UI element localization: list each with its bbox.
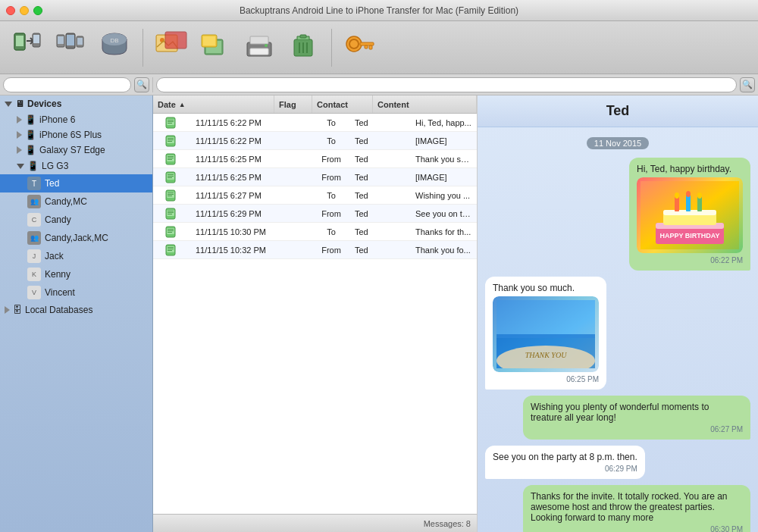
sidebar-contact-vincent[interactable]: V Vincent <box>0 283 152 302</box>
sidebar-contact-kenny[interactable]: K Kenny <box>0 265 152 283</box>
export-button[interactable] <box>196 28 234 67</box>
chat-message: See you on the party at 8 p.m. then.06:2… <box>485 446 645 479</box>
sidebar-contact-ted[interactable]: T Ted <box>0 174 152 192</box>
devices-triangle <box>5 102 12 107</box>
minimize-button[interactable] <box>20 6 29 15</box>
td-date: 11/11/15 6:29 PM <box>191 209 312 218</box>
svg-point-85 <box>686 191 691 197</box>
td-date: 11/11/15 6:27 PM <box>191 191 312 200</box>
svg-rect-48 <box>168 156 174 157</box>
trash-button[interactable] <box>284 28 322 67</box>
svg-rect-43 <box>168 138 174 139</box>
chat-message: Hi, Ted, happy birthday. <box>629 158 750 271</box>
print-button[interactable] <box>240 28 278 67</box>
table-row[interactable]: 11/11/15 6:25 PM From Ted [IMAGE] <box>153 168 477 186</box>
main-area: 🖥 Devices 📱 iPhone 6 📱 iPhone 6S Plus 📱 … <box>0 95 758 532</box>
galaxy-triangle <box>17 146 22 154</box>
sidebar-item-lg[interactable]: 📱 LG G3 <box>0 158 152 174</box>
td-icon <box>153 225 191 239</box>
column-header-date[interactable]: Date ▲ <box>153 95 274 113</box>
sidebar-item-iphone6[interactable]: 📱 iPhone 6 <box>0 112 152 127</box>
td-date: 11/11/15 6:25 PM <box>191 173 312 182</box>
table-row[interactable]: 11/11/15 10:32 PM From Ted Thank you fo.… <box>153 241 477 259</box>
sidebar-contact-candy-jack-mc[interactable]: 👥 Candy,Jack,MC <box>0 229 152 247</box>
iphone6s-triangle <box>17 131 22 139</box>
lg-icon: 📱 <box>27 161 39 171</box>
svg-rect-45 <box>168 141 172 142</box>
sidebar-search-button[interactable]: 🔍 <box>134 77 149 92</box>
svg-rect-17 <box>165 32 186 49</box>
column-header-contact[interactable]: Contact <box>312 95 373 113</box>
lg-label: LG G3 <box>42 161 68 171</box>
msg-time: 06:22 PM <box>637 256 743 264</box>
candy-jack-mc-label: Candy,Jack,MC <box>45 233 108 243</box>
kenny-avatar: K <box>27 268 41 281</box>
td-content: Thank you fo... <box>411 246 477 255</box>
td-contact: Ted <box>350 136 411 146</box>
sidebar-item-iphone6s[interactable]: 📱 iPhone 6S Plus <box>0 127 152 142</box>
lg-triangle <box>17 164 24 169</box>
table-search: 🔍 <box>153 77 758 92</box>
td-icon <box>153 134 191 148</box>
sidebar-item-galaxy[interactable]: 📱 Galaxy S7 Edge <box>0 142 152 158</box>
galaxy-icon: 📱 <box>25 145 36 155</box>
svg-rect-33 <box>360 42 374 45</box>
sidebar-contact-candy-mc[interactable]: 👥 Candy,MC <box>0 192 152 211</box>
td-date: 11/11/15 10:30 PM <box>191 227 312 236</box>
msg-time: 06:27 PM <box>531 425 743 433</box>
sidebar-local-db[interactable]: 🗄 Local Databases <box>0 302 152 318</box>
search-row: 🔍 🔍 <box>0 74 758 95</box>
local-db-triangle <box>5 306 10 314</box>
traffic-lights <box>6 6 42 15</box>
svg-text:DB: DB <box>110 37 118 44</box>
svg-rect-55 <box>168 177 172 178</box>
td-flag: From <box>312 246 350 255</box>
thank-you-image: THANK YOU <box>493 296 599 372</box>
photos-button[interactable] <box>152 28 190 67</box>
ted-label: Ted <box>45 178 59 189</box>
svg-point-86 <box>697 192 702 199</box>
table-row[interactable]: 11/11/15 6:22 PM To Ted [IMAGE] <box>153 132 477 150</box>
key-icon <box>345 29 375 66</box>
svg-rect-53 <box>168 174 174 175</box>
device-manager-button[interactable] <box>52 28 89 67</box>
td-contact: Ted <box>350 173 411 182</box>
sidebar-devices-header[interactable]: 🖥 Devices <box>0 95 152 112</box>
svg-rect-54 <box>168 176 174 177</box>
table-row[interactable]: 11/11/15 6:29 PM From Ted See you on th.… <box>153 205 477 223</box>
msg-time: 06:30 PM <box>531 525 743 532</box>
table-body: 11/11/15 6:22 PM To Ted Hi, Ted, happ...… <box>153 114 477 514</box>
table-row[interactable]: 11/11/15 6:25 PM From Ted Thank you so..… <box>153 150 477 168</box>
svg-rect-24 <box>250 49 268 55</box>
sidebar-contact-candy[interactable]: C Candy <box>0 211 152 229</box>
table-search-input[interactable] <box>156 77 737 92</box>
svg-rect-35 <box>365 45 368 49</box>
chat-contact-name: Ted <box>606 103 630 118</box>
table-search-button[interactable]: 🔍 <box>740 77 755 92</box>
table-row[interactable]: 11/11/15 6:27 PM To Ted Wishing you ... <box>153 186 477 205</box>
date-badge: 11 Nov 2015 <box>485 138 750 149</box>
td-icon <box>153 243 191 257</box>
print-icon <box>244 29 274 66</box>
table-row[interactable]: 11/11/15 10:30 PM To Ted Thanks for th..… <box>153 223 477 241</box>
td-contact: Ted <box>350 209 411 218</box>
svg-rect-44 <box>168 139 174 140</box>
backup-button[interactable]: DB <box>96 28 133 67</box>
maximize-button[interactable] <box>33 6 42 15</box>
export-icon <box>200 29 230 66</box>
messages-count: Messages: 8 <box>424 519 471 528</box>
table-footer: Messages: 8 <box>153 514 477 532</box>
msg-time: 06:25 PM <box>493 375 599 383</box>
sidebar-contact-jack[interactable]: J Jack <box>0 247 152 265</box>
transfer-button[interactable] <box>8 28 45 67</box>
trash-icon <box>288 29 318 66</box>
column-header-content[interactable]: Content <box>373 95 477 113</box>
column-header-flag[interactable]: Flag <box>274 95 312 113</box>
key-button[interactable] <box>341 28 379 67</box>
backup-icon: DB <box>99 29 130 66</box>
close-button[interactable] <box>6 6 15 15</box>
table-row[interactable]: 11/11/15 6:22 PM To Ted Hi, Ted, happ... <box>153 114 477 132</box>
svg-rect-4 <box>33 35 39 43</box>
td-flag: To <box>312 118 350 127</box>
sidebar-search-input[interactable] <box>3 77 131 92</box>
